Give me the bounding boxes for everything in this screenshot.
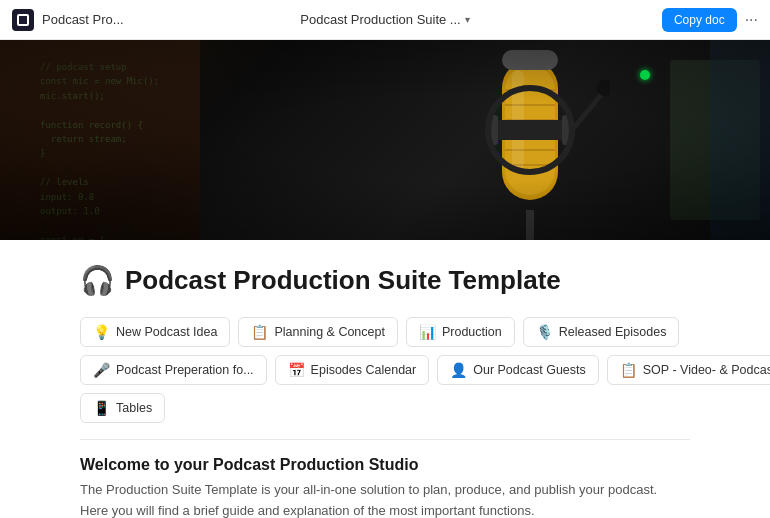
section-divider <box>80 439 690 440</box>
welcome-section: Welcome to your Podcast Production Studi… <box>80 456 690 518</box>
doc-title: Podcast Production Suite ... <box>300 12 460 27</box>
tables-label: Tables <box>116 401 152 415</box>
button-row-1: 💡 New Podcast Idea 📋 Planning & Concept … <box>80 317 690 347</box>
nav-button-grid: 💡 New Podcast Idea 📋 Planning & Concept … <box>80 317 690 423</box>
sop-label: SOP - Video- & Podcas... <box>643 363 770 377</box>
new-podcast-idea-label: New Podcast Idea <box>116 325 217 339</box>
person-icon: 👤 <box>450 362 467 378</box>
podcast-guests-label: Our Podcast Guests <box>473 363 586 377</box>
page-title: Podcast Production Suite Template <box>125 265 561 296</box>
released-episodes-button[interactable]: 🎙️ Released Episodes <box>523 317 680 347</box>
podcast-prep-button[interactable]: 🎤 Podcast Preperation fo... <box>80 355 267 385</box>
page-title-row: 🎧 Podcast Production Suite Template <box>80 264 690 297</box>
welcome-title: Welcome to your Podcast Production Studi… <box>80 456 690 474</box>
podcast-guests-button[interactable]: 👤 Our Podcast Guests <box>437 355 599 385</box>
production-button[interactable]: 📊 Production <box>406 317 515 347</box>
button-row-3: 📱 Tables <box>80 393 690 423</box>
planning-concept-button[interactable]: 📋 Planning & Concept <box>238 317 398 347</box>
topbar-center: Podcast Production Suite ... ▾ <box>300 12 469 27</box>
podcast-prep-label: Podcast Preperation fo... <box>116 363 254 377</box>
new-podcast-idea-button[interactable]: 💡 New Podcast Idea <box>80 317 230 347</box>
topbar: Podcast Pro... Podcast Production Suite … <box>0 0 770 40</box>
headphones-icon: 🎧 <box>80 264 115 297</box>
menu-dots-icon[interactable]: ··· <box>745 11 758 29</box>
chevron-down-icon[interactable]: ▾ <box>465 14 470 25</box>
copy-doc-button[interactable]: Copy doc <box>662 8 737 32</box>
topbar-left: Podcast Pro... <box>12 9 124 31</box>
tables-button[interactable]: 📱 Tables <box>80 393 165 423</box>
planning-concept-label: Planning & Concept <box>274 325 385 339</box>
hero-image: // podcast setup const mic = new Mic(); … <box>0 40 770 240</box>
production-label: Production <box>442 325 502 339</box>
app-title: Podcast Pro... <box>42 12 124 27</box>
calendar-icon: 📅 <box>288 362 305 378</box>
mic-icon: 🎙️ <box>536 324 553 340</box>
app-icon <box>12 9 34 31</box>
topbar-right: Copy doc ··· <box>662 8 758 32</box>
clipboard-icon: 📋 <box>251 324 268 340</box>
welcome-text: The Production Suite Template is your al… <box>80 480 680 518</box>
chart-icon: 📊 <box>419 324 436 340</box>
released-episodes-label: Released Episodes <box>559 325 667 339</box>
main-content: 🎧 Podcast Production Suite Template 💡 Ne… <box>0 240 770 518</box>
bulb-icon: 💡 <box>93 324 110 340</box>
episodes-calendar-label: Episodes Calendar <box>311 363 417 377</box>
sop-icon: 📋 <box>620 362 637 378</box>
microphone-icon: 🎤 <box>93 362 110 378</box>
table-icon: 📱 <box>93 400 110 416</box>
episodes-calendar-button[interactable]: 📅 Episodes Calendar <box>275 355 430 385</box>
button-row-2: 🎤 Podcast Preperation fo... 📅 Episodes C… <box>80 355 690 385</box>
sop-button[interactable]: 📋 SOP - Video- & Podcas... <box>607 355 770 385</box>
